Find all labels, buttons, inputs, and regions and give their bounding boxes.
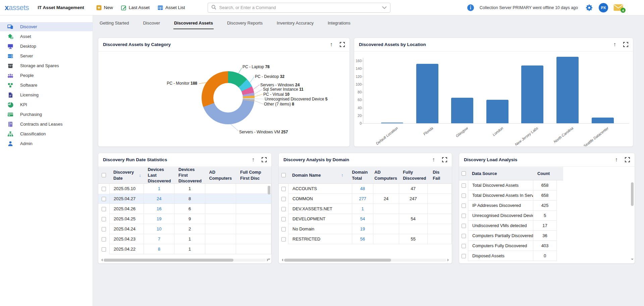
table-row[interactable]: 2025.04.2371 xyxy=(98,234,271,244)
tab-integrations[interactable]: Integrations xyxy=(327,20,351,29)
scrollbar-track[interactable] xyxy=(104,259,266,262)
table-row[interactable]: RESTRICTED5655 xyxy=(279,234,452,244)
sidebar-item-admin[interactable]: Admin xyxy=(0,139,93,148)
table-row[interactable]: Computers Fully Discovered403 xyxy=(459,241,635,251)
table-row[interactable]: Total Discovered Assets658 xyxy=(459,180,635,190)
cell-link[interactable]: 56 xyxy=(360,236,365,242)
column-header[interactable]: Data Source xyxy=(468,167,533,180)
row-checkbox[interactable] xyxy=(281,237,286,242)
cell-link[interactable]: 1 xyxy=(361,206,364,211)
table-row[interactable]: No Domain19 xyxy=(279,224,452,234)
table-row[interactable]: DEV.XASSETS.NET1 xyxy=(279,204,452,214)
cell-link[interactable]: 19 xyxy=(360,226,365,231)
sidebar-item-discover[interactable]: Discover xyxy=(0,22,93,31)
table-row[interactable]: Total Discovered Assets In Service658 xyxy=(459,190,635,201)
scrollbar-thumb[interactable] xyxy=(268,186,270,194)
new-button[interactable]: New xyxy=(96,5,113,10)
sidebar-item-purchasing[interactable]: Purchasing xyxy=(0,110,93,119)
row-checkbox[interactable] xyxy=(102,237,106,242)
cell-link[interactable]: 1 xyxy=(158,186,160,191)
app-logo[interactable]: xassets xyxy=(5,3,29,12)
export-up-arrow-icon[interactable]: ↑ xyxy=(615,157,618,163)
tab-getting-started[interactable]: Getting Started xyxy=(99,20,129,29)
vertical-scrollbar[interactable] xyxy=(267,185,271,257)
scroll-right-arrow[interactable] xyxy=(447,259,450,261)
mail-button[interactable]: 4 xyxy=(613,4,623,11)
last-asset-button[interactable]: Last Asset xyxy=(121,5,150,10)
table-row[interactable]: 2025.04.25199 xyxy=(98,214,271,224)
vertical-scrollbar[interactable] xyxy=(631,182,634,257)
scroll-left-arrow[interactable] xyxy=(280,259,283,261)
row-checkbox[interactable] xyxy=(281,207,286,211)
horizontal-scrollbar[interactable] xyxy=(280,258,450,262)
column-header[interactable]: AD Computers xyxy=(205,167,236,183)
cell-link[interactable]: 54 xyxy=(360,216,365,221)
tab-inventory-accuracy[interactable]: Inventory Accuracy xyxy=(276,20,314,29)
scroll-left-arrow[interactable] xyxy=(100,259,103,261)
column-header[interactable]: Count xyxy=(533,167,557,180)
column-header[interactable]: Discovery Date↓ xyxy=(109,167,144,183)
row-checkbox[interactable] xyxy=(281,217,286,221)
row-checkbox[interactable] xyxy=(462,244,466,248)
cell-link[interactable]: 24 xyxy=(157,196,161,201)
export-up-arrow-icon[interactable]: ↑ xyxy=(613,42,616,47)
sort-desc-icon[interactable]: ↓ xyxy=(139,172,141,178)
table-row[interactable]: COMMON27724247 xyxy=(279,194,452,204)
horizontal-scrollbar[interactable] xyxy=(100,258,270,262)
row-checkbox[interactable] xyxy=(102,207,106,211)
tab-discovered-assets[interactable]: Discovered Assets xyxy=(173,20,214,29)
scrollbar-thumb[interactable] xyxy=(104,259,233,262)
cell-link[interactable]: 7 xyxy=(158,236,160,242)
column-header[interactable]: ADComputers xyxy=(370,167,399,183)
row-checkbox[interactable] xyxy=(462,183,466,188)
row-checkbox[interactable] xyxy=(102,187,106,191)
sort-asc-icon[interactable]: ↑ xyxy=(341,172,343,178)
row-checkbox[interactable] xyxy=(462,254,466,258)
tab-discovery-reports[interactable]: Discovery Reports xyxy=(226,20,263,29)
select-all-checkbox[interactable] xyxy=(102,173,106,177)
export-up-arrow-icon[interactable]: ↑ xyxy=(252,157,255,163)
cell-link[interactable]: 19 xyxy=(157,216,161,221)
column-header[interactable]: DomainTotal xyxy=(348,167,370,183)
column-header[interactable]: Domain Name↑ xyxy=(288,167,348,183)
sidebar-item-server[interactable]: Server xyxy=(0,51,93,60)
sidebar-item-contracts-and-leases[interactable]: Contracts and Leases xyxy=(0,120,93,129)
row-checkbox[interactable] xyxy=(281,227,286,231)
expand-icon[interactable] xyxy=(340,42,345,47)
table-row[interactable]: Undiscovered VMs detected17 xyxy=(459,221,635,231)
avatar[interactable]: PX xyxy=(599,3,608,12)
cell-link[interactable]: 16 xyxy=(157,206,161,211)
table-row[interactable]: 2025.04.26166 xyxy=(98,204,271,214)
cell-link[interactable]: 48 xyxy=(360,186,365,191)
select-all-checkbox[interactable] xyxy=(462,171,466,176)
asset-list-button[interactable]: Asset List xyxy=(158,5,185,10)
column-header[interactable]: FullyDiscovered xyxy=(399,167,429,183)
scrollbar-thumb[interactable] xyxy=(284,259,391,262)
table-row[interactable]: Disposed Assets0 xyxy=(459,251,635,261)
sidebar-item-storage-and-spares[interactable]: Storage and Spares xyxy=(0,61,93,70)
row-checkbox[interactable] xyxy=(102,247,106,252)
table-row[interactable]: IP Addresses Discovered425 xyxy=(459,201,635,211)
expand-icon[interactable] xyxy=(262,157,267,162)
expand-icon[interactable] xyxy=(623,42,628,47)
scrollbar-thumb[interactable] xyxy=(631,182,634,206)
table-row[interactable]: 2025.04.24102 xyxy=(98,224,271,234)
search-box[interactable] xyxy=(208,3,390,13)
sidebar-item-asset[interactable]: Asset xyxy=(0,32,93,41)
column-header[interactable]: Full CompFirst Disc xyxy=(236,167,271,183)
row-checkbox[interactable] xyxy=(102,227,106,231)
row-checkbox[interactable] xyxy=(102,197,106,201)
export-up-arrow-icon[interactable]: ↑ xyxy=(432,157,435,163)
info-icon[interactable] xyxy=(467,4,474,11)
sidebar-item-people[interactable]: People xyxy=(0,71,93,80)
row-checkbox[interactable] xyxy=(462,193,466,198)
table-row[interactable]: Computers Partially Discovered36 xyxy=(459,231,635,241)
sidebar-item-kpi[interactable]: KPI xyxy=(0,100,93,109)
sidebar-item-desktop[interactable]: Desktop xyxy=(0,42,93,51)
sidebar-item-licensing[interactable]: Licensing xyxy=(0,90,93,99)
scrollbar-track[interactable] xyxy=(284,259,446,262)
table-row[interactable]: 2025.04.27248 xyxy=(98,194,271,204)
cell-link[interactable]: 277 xyxy=(359,196,366,201)
table-row[interactable]: Unrecognised Discovered Devices5 xyxy=(459,211,635,221)
select-all-checkbox[interactable] xyxy=(281,173,286,177)
